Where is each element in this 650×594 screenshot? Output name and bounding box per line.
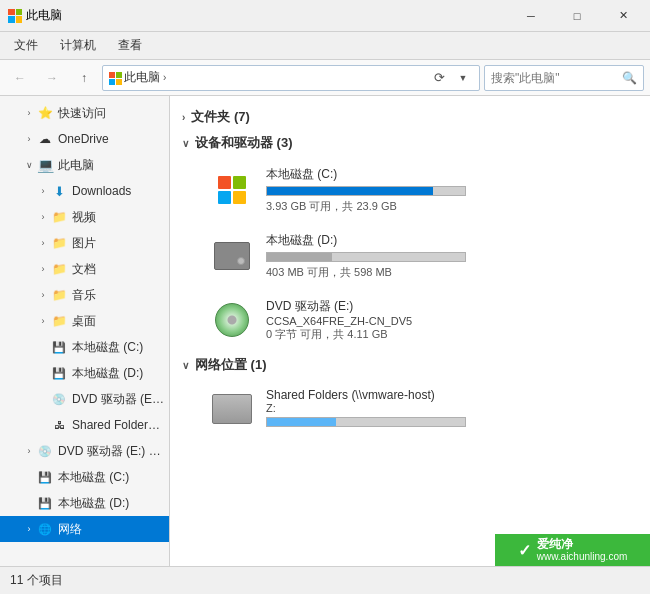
sidebar-item-dvd2[interactable]: › 💿 DVD 驱动器 (E:) CCS: [0, 438, 169, 464]
sidebar-label-drivd: 本地磁盘 (D:): [72, 365, 143, 382]
image-icon: 📁: [50, 235, 68, 251]
chevron-icon: ›: [22, 522, 36, 536]
sidebar-item-drivd[interactable]: › 💾 本地磁盘 (D:): [0, 360, 169, 386]
sidebar-label-dvd: DVD 驱动器 (E:) CC: [72, 391, 165, 408]
network-icon: 🌐: [36, 521, 54, 537]
sidebar-label-thispc: 此电脑: [58, 157, 94, 174]
maximize-button[interactable]: □: [554, 0, 600, 32]
title-bar-left: 此电脑: [8, 7, 62, 24]
sidebar-item-onedrive[interactable]: › ☁ OneDrive: [0, 126, 169, 152]
net-icon-shared: 🖧: [50, 417, 68, 433]
doc-icon: 📁: [50, 261, 68, 277]
minimize-button[interactable]: ─: [508, 0, 554, 32]
sidebar-label-documents: 文档: [72, 261, 96, 278]
status-label: 11 个项目: [10, 572, 63, 589]
window-icon: [8, 9, 22, 23]
network-chevron: ∨: [182, 360, 189, 371]
search-icon: 🔍: [622, 71, 637, 85]
sidebar-item-dvd[interactable]: › 💿 DVD 驱动器 (E:) CC: [0, 386, 169, 412]
video-icon: 📁: [50, 209, 68, 225]
sidebar-item-drivc[interactable]: › 💾 本地磁盘 (C:): [0, 334, 169, 360]
drive-c-bar-wrap: [266, 186, 466, 196]
chevron-icon: ›: [36, 210, 50, 224]
drive-z-icon-wrap: [208, 389, 256, 429]
hdd-icon-c2: 💾: [36, 469, 54, 485]
watermark-brand: 爱纯净: [537, 537, 628, 551]
sidebar-label-shared: Shared Folders (\\: [72, 418, 165, 432]
drive-e-space: 0 字节 可用，共 4.11 GB: [266, 327, 632, 342]
menu-view[interactable]: 查看: [108, 33, 152, 58]
sidebar: › ⭐ 快速访问 › ☁ OneDrive ∨ 💻 此电脑 › ⬇ Downlo…: [0, 96, 170, 566]
network-section-header[interactable]: ∨ 网络位置 (1): [182, 352, 638, 378]
hdd-icon-d: 💾: [50, 365, 68, 381]
drive-d-bar: [267, 253, 332, 261]
dvd-icon-e: 💿: [50, 391, 68, 407]
address-input-wrap[interactable]: 此电脑 › ⟳ ▼: [102, 65, 480, 91]
devices-chevron: ∨: [182, 138, 189, 149]
watermark-text: 爱纯净 www.aichunling.com: [537, 537, 628, 563]
net-z-icon: [212, 394, 252, 424]
hdd-d-icon: [214, 242, 250, 270]
close-button[interactable]: ✕: [600, 0, 646, 32]
sidebar-item-thispc[interactable]: ∨ 💻 此电脑: [0, 152, 169, 178]
sidebar-label-dvd2: DVD 驱动器 (E:) CCS: [58, 443, 165, 460]
back-button[interactable]: ←: [6, 65, 34, 91]
drive-e[interactable]: DVD 驱动器 (E:) CCSA_X64FRE_ZH-CN_DV5 0 字节 …: [202, 294, 638, 346]
forward-button[interactable]: →: [38, 65, 66, 91]
breadcrumb-pc: 此电脑: [124, 69, 160, 86]
sidebar-label-music: 音乐: [72, 287, 96, 304]
star-icon: ⭐: [36, 105, 54, 121]
sidebar-item-hdd-d[interactable]: › 💾 本地磁盘 (D:): [0, 490, 169, 516]
drive-c-info: 本地磁盘 (C:) 3.93 GB 可用，共 23.9 GB: [266, 166, 632, 214]
sidebar-label-network: 网络: [58, 521, 82, 538]
sidebar-item-music[interactable]: › 📁 音乐: [0, 282, 169, 308]
sidebar-label-videos: 视频: [72, 209, 96, 226]
sidebar-label-pictures: 图片: [72, 235, 96, 252]
menu-computer[interactable]: 计算机: [50, 33, 106, 58]
drive-d-icon-wrap: [208, 236, 256, 276]
sidebar-item-shared[interactable]: › 🖧 Shared Folders (\\: [0, 412, 169, 438]
dropdown-button[interactable]: ▼: [453, 68, 473, 88]
drive-d-info: 本地磁盘 (D:) 403 MB 可用，共 598 MB: [266, 232, 632, 280]
drive-c-name: 本地磁盘 (C:): [266, 166, 632, 183]
dvd-e-icon: [215, 303, 249, 337]
network-section-label: 网络位置 (1): [195, 356, 267, 374]
chevron-icon: ›: [36, 340, 50, 354]
drive-d-space: 403 MB 可用，共 598 MB: [266, 265, 632, 280]
status-bar: 11 个项目: [0, 566, 650, 594]
search-input[interactable]: [491, 71, 618, 85]
watermark-checkmark: ✓: [518, 541, 531, 560]
drive-c-icon-wrap: [208, 170, 256, 210]
chevron-icon: ›: [36, 392, 50, 406]
content-area: › 文件夹 (7) ∨ 设备和驱动器 (3) 本地磁盘 (: [170, 96, 650, 566]
menu-file[interactable]: 文件: [4, 33, 48, 58]
drive-z-subtitle: Z:: [266, 402, 632, 414]
drive-z[interactable]: Shared Folders (\\vmware-host) Z:: [202, 384, 638, 434]
refresh-button[interactable]: ⟳: [429, 68, 449, 88]
drive-c[interactable]: 本地磁盘 (C:) 3.93 GB 可用，共 23.9 GB: [202, 162, 638, 218]
chevron-icon: ›: [22, 496, 36, 510]
sidebar-item-documents[interactable]: › 📁 文档: [0, 256, 169, 282]
sidebar-item-desktop[interactable]: › 📁 桌面: [0, 308, 169, 334]
chevron-down-icon: ∨: [22, 158, 36, 172]
sidebar-item-pictures[interactable]: › 📁 图片: [0, 230, 169, 256]
up-button[interactable]: ↑: [70, 65, 98, 91]
chevron-icon: ›: [36, 314, 50, 328]
devices-section-header[interactable]: ∨ 设备和驱动器 (3): [182, 130, 638, 156]
folders-section-label: 文件夹 (7): [191, 108, 250, 126]
sidebar-item-quickaccess[interactable]: › ⭐ 快速访问: [0, 100, 169, 126]
sidebar-item-hdd-c[interactable]: › 💾 本地磁盘 (C:): [0, 464, 169, 490]
desktop-icon: 📁: [50, 313, 68, 329]
sidebar-label-desktop: 桌面: [72, 313, 96, 330]
folders-section-header[interactable]: › 文件夹 (7): [182, 104, 638, 130]
sidebar-item-downloads[interactable]: › ⬇ Downloads: [0, 178, 169, 204]
drive-c-space: 3.93 GB 可用，共 23.9 GB: [266, 199, 632, 214]
drive-z-info: Shared Folders (\\vmware-host) Z:: [266, 388, 632, 430]
sidebar-item-videos[interactable]: › 📁 视频: [0, 204, 169, 230]
search-box[interactable]: 🔍: [484, 65, 644, 91]
chevron-icon: ›: [36, 262, 50, 276]
drive-d[interactable]: 本地磁盘 (D:) 403 MB 可用，共 598 MB: [202, 228, 638, 284]
dvd-icon-2: 💿: [36, 443, 54, 459]
sidebar-item-network[interactable]: › 🌐 网络: [0, 516, 169, 542]
sidebar-label-hdd-c: 本地磁盘 (C:): [58, 469, 129, 486]
